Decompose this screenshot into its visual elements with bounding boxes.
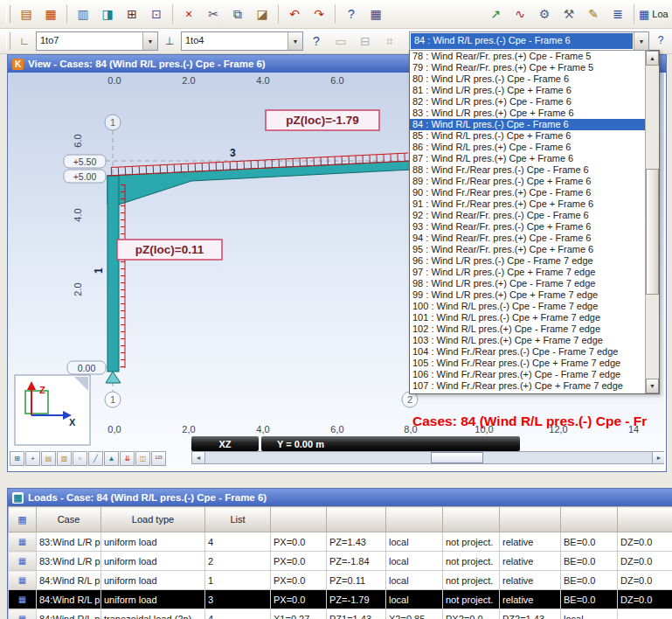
case-option[interactable]: 106 : Wind Fr./Rear pres.(+) Cpe - Frame…: [410, 369, 645, 380]
report-icon[interactable]: ≣: [606, 3, 629, 25]
case-option[interactable]: 89 : Wind Fr./Rear pres.(-) Cpe + Frame …: [410, 176, 645, 187]
window-grid-icon[interactable]: ⌗: [378, 30, 401, 52]
bar-display-icon[interactable]: ╱: [88, 451, 103, 466]
load-case-combo[interactable]: 84 : Wind R/L pres.(-) Cpe - Frame 6 ▼: [409, 31, 649, 51]
column-header[interactable]: [386, 507, 443, 532]
book-icon[interactable]: ◨: [96, 3, 119, 25]
case-option[interactable]: 90 : Wind Fr./Rear pres.(+) Cpe - Frame …: [410, 187, 645, 198]
load-cell[interactable]: not project.: [443, 590, 500, 609]
results-diagrams-icon[interactable]: ∿: [509, 3, 531, 25]
load-cell[interactable]: uniform load: [101, 571, 205, 590]
load-cell[interactable]: PX=0.0: [271, 532, 327, 552]
loads-toolbar-label[interactable]: ▦ Loa: [639, 8, 669, 21]
undo-icon[interactable]: ↶: [283, 3, 306, 25]
case-select-help-icon[interactable]: ?: [651, 31, 670, 50]
load-cell[interactable]: BE=0.0: [561, 590, 618, 609]
case-option[interactable]: 83 : Wind L/R pres.(+) Cpe + Frame 6: [410, 108, 645, 119]
chevron-down-icon[interactable]: ▼: [288, 32, 302, 50]
case-option[interactable]: 88 : Wind Fr./Rear pres.(-) Cpe - Frame …: [410, 164, 645, 176]
numbering-selector-combo[interactable]: 1to4 ▼: [181, 31, 303, 51]
case-option[interactable]: 96 : Wind L/R pres.(-) Cpe - Frame 7 edg…: [410, 255, 645, 267]
load-cell[interactable]: PZ=-1.79: [327, 590, 386, 609]
scroll-right-icon[interactable]: ►: [652, 452, 664, 463]
load-cell[interactable]: BE=0.0: [561, 552, 618, 571]
load-cell[interactable]: uniform load: [101, 532, 205, 552]
load-cell[interactable]: PZ2=1.43: [500, 609, 561, 619]
load-cell[interactable]: PZ=-1.84: [327, 552, 386, 571]
scroll-left-icon[interactable]: ◄: [192, 452, 205, 463]
toolbar-grip[interactable]: [6, 32, 10, 50]
column-header[interactable]: [500, 507, 561, 532]
case-option[interactable]: 80 : Wind L/R pres.(-) Cpe - Frame 6: [410, 73, 645, 85]
case-option[interactable]: 91 : Wind Fr./Rear pres.(+) Cpe + Frame …: [410, 198, 645, 210]
measure-icon[interactable]: ⊥: [160, 31, 179, 51]
load-row[interactable]: ▦84:Wind R/L puniform load3PX=0.0PZ=-1.7…: [9, 590, 672, 609]
scroll-thumb[interactable]: [431, 452, 483, 463]
column-load-label[interactable]: pZ(loc)=0.11: [135, 243, 204, 256]
horizontal-scrollbar[interactable]: ◄ ►: [191, 451, 664, 464]
case-option[interactable]: 92 : Wind Rear/Fr. pres.(-) Cpe - Frame …: [410, 210, 645, 221]
scroll-down-icon[interactable]: ▼: [646, 379, 659, 393]
section-display-icon[interactable]: ◫: [135, 451, 150, 466]
calculations-icon[interactable]: ↗: [484, 3, 507, 25]
load-cell[interactable]: relative: [500, 571, 561, 590]
load-cell[interactable]: local: [386, 532, 443, 552]
load-cell[interactable]: 4: [205, 609, 271, 619]
loads-titlebar[interactable]: ▦ Loads - Case: 84 (Wind R/L pres.(-) Cp…: [8, 489, 672, 506]
load-cell[interactable]: 83:Wind L/R p: [37, 532, 101, 552]
beam-load-label[interactable]: pZ(loc)=-1.79: [286, 114, 359, 127]
status-plane[interactable]: XZ: [191, 436, 259, 451]
job-preferences-icon[interactable]: ⚙: [533, 3, 556, 25]
load-cell[interactable]: 4: [205, 532, 271, 552]
column-header[interactable]: [443, 507, 500, 532]
load-cell[interactable]: 3: [205, 590, 271, 609]
cut-icon[interactable]: ✂: [202, 3, 225, 25]
load-row[interactable]: ▦83:Wind L/R puniform load2PX=0.0PZ=-1.8…: [9, 552, 672, 571]
print-preview-icon[interactable]: ▥: [72, 3, 94, 25]
load-cell[interactable]: local: [386, 590, 443, 609]
scroll-track[interactable]: [205, 452, 652, 463]
case-option[interactable]: 93 : Wind Rear/Fr. pres.(-) Cpe + Frame …: [410, 221, 645, 233]
column-header[interactable]: [561, 507, 618, 532]
case-option[interactable]: 100 : Wind R/L pres.(-) Cpe - Frame 7 ed…: [410, 301, 645, 312]
load-cell[interactable]: PZ1=1.43: [327, 609, 386, 619]
case-option[interactable]: 107 : Wind Fr./Rear pres.(+) Cpe + Frame…: [410, 380, 645, 392]
load-cell[interactable]: X2=0.85: [386, 609, 443, 619]
tools-icon[interactable]: ⚒: [558, 3, 580, 25]
load-cell[interactable]: DZ=0.0: [618, 590, 672, 609]
load-cell[interactable]: relative: [500, 590, 561, 609]
load-cell[interactable]: X1=0.27: [271, 609, 327, 619]
column-header[interactable]: List: [205, 507, 271, 532]
load-row[interactable]: ▦83:Wind L/R puniform load4PX=0.0PZ=1.43…: [9, 532, 672, 552]
numbers-display-icon[interactable]: ¹²³: [151, 451, 166, 466]
paste-icon[interactable]: ◪: [251, 3, 274, 25]
case-option[interactable]: 94 : Wind Rear/Fr. pres.(+) Cpe - Frame …: [410, 233, 645, 244]
window-tile-icon[interactable]: ⊟: [354, 30, 377, 52]
status-y-coordinate[interactable]: Y = 0.00 m: [261, 436, 520, 451]
case-option[interactable]: 86 : Wind R/L pres.(+) Cpe - Frame 6: [410, 142, 645, 153]
context-help-icon[interactable]: ?: [305, 30, 328, 52]
row-header-icon[interactable]: ▦: [9, 590, 37, 609]
column-member[interactable]: [107, 176, 119, 372]
case-option[interactable]: 103 : Wind R/L pres.(+) Cpe + Frame 7 ed…: [410, 335, 645, 346]
dropdown-scrollbar[interactable]: ▲ ▼: [645, 51, 659, 393]
view-selector-combo[interactable]: 1to7 ▼: [36, 31, 158, 51]
load-cell[interactable]: 84:Wind R/L p: [37, 571, 101, 590]
case-option[interactable]: 104 : Wind Fr./Rear pres.(-) Cpe - Frame…: [410, 346, 645, 358]
support-display-icon[interactable]: ▲: [104, 451, 119, 466]
load-cell[interactable]: DZ=0.0: [618, 571, 672, 590]
load-cell[interactable]: PX=0.0: [271, 571, 327, 590]
load-cell[interactable]: BE=0.0: [561, 532, 618, 552]
case-option[interactable]: 95 : Wind Rear/Fr. pres.(+) Cpe + Frame …: [410, 244, 645, 255]
load-cell[interactable]: 1: [205, 571, 271, 590]
scroll-up-icon[interactable]: ▲: [646, 51, 659, 66]
help-icon[interactable]: ?: [340, 3, 363, 25]
load-cell[interactable]: PX=0.0: [271, 552, 327, 571]
section-definition-icon[interactable]: ✎: [582, 3, 605, 25]
load-cell[interactable]: 84:Wind R/L p: [37, 609, 101, 619]
row-header-icon[interactable]: ▦: [9, 532, 37, 552]
load-cell[interactable]: local: [386, 571, 443, 590]
view-manager-icon[interactable]: ⊞: [10, 451, 24, 466]
column-header[interactable]: Case: [37, 507, 101, 532]
toolbar-grip[interactable]: [6, 5, 10, 23]
